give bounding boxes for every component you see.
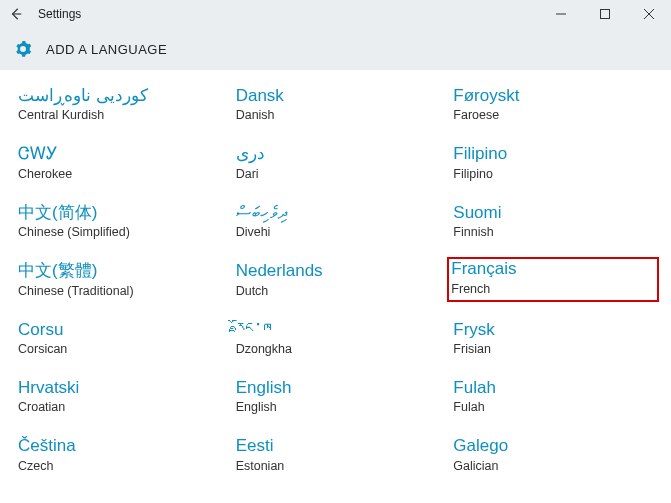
language-item[interactable]: 中文(繁體)Chinese (Traditional): [14, 259, 222, 299]
gear-icon: [14, 40, 32, 58]
language-english-name: Chinese (Simplified): [18, 225, 218, 239]
language-item[interactable]: کوردیی ناوەڕاستCentral Kurdish: [14, 84, 222, 124]
language-native-name: Eesti: [236, 436, 436, 456]
page-title: ADD A LANGUAGE: [46, 42, 167, 57]
language-native-name: 中文(繁體): [18, 261, 218, 281]
window-title: Settings: [38, 7, 81, 21]
titlebar-left: Settings: [8, 6, 81, 22]
language-item[interactable]: FilipinoFilipino: [449, 142, 657, 182]
close-button[interactable]: [627, 0, 671, 28]
language-english-name: Fulah: [453, 400, 653, 414]
back-button[interactable]: [8, 6, 24, 22]
language-native-name: ދިވެހިބަސް: [236, 203, 436, 223]
language-english-name: Dutch: [236, 284, 436, 298]
language-item[interactable]: CorsuCorsican: [14, 318, 222, 358]
language-native-name: Čeština: [18, 436, 218, 456]
language-item[interactable]: 中文(简体)Chinese (Simplified): [14, 201, 222, 241]
language-native-name: Dansk: [236, 86, 436, 106]
language-native-name: ᏣᎳᎩ: [18, 144, 218, 164]
language-native-name: Frysk: [453, 320, 653, 340]
language-english-name: Filipino: [453, 167, 653, 181]
language-english-name: French: [451, 282, 655, 296]
language-native-name: Corsu: [18, 320, 218, 340]
language-english-name: Central Kurdish: [18, 108, 218, 122]
language-english-name: Estonian: [236, 459, 436, 473]
language-item[interactable]: ދިވެހިބަސްDivehi: [232, 201, 440, 241]
language-grid: کوردیی ناوەڕاستCentral KurdishDanskDanis…: [0, 70, 671, 503]
language-native-name: Galego: [453, 436, 653, 456]
language-english-name: Cherokee: [18, 167, 218, 181]
language-english-name: Czech: [18, 459, 218, 473]
language-item[interactable]: FulahFulah: [449, 376, 657, 416]
close-icon: [644, 9, 654, 19]
language-item[interactable]: EnglishEnglish: [232, 376, 440, 416]
language-english-name: Croatian: [18, 400, 218, 414]
language-item[interactable]: རྫོང་ཁDzongkha: [232, 318, 440, 358]
svg-rect-0: [601, 10, 610, 19]
titlebar: Settings: [0, 0, 671, 28]
language-native-name: English: [236, 378, 436, 398]
language-native-name: درى: [236, 144, 436, 164]
language-item[interactable]: SuomiFinnish: [449, 201, 657, 241]
maximize-button[interactable]: [583, 0, 627, 28]
language-item[interactable]: ᏣᎳᎩCherokee: [14, 142, 222, 182]
language-native-name: 中文(简体): [18, 203, 218, 223]
language-item[interactable]: HrvatskiCroatian: [14, 376, 222, 416]
language-native-name: Fulah: [453, 378, 653, 398]
minimize-button[interactable]: [539, 0, 583, 28]
language-item[interactable]: NederlandsDutch: [232, 259, 440, 299]
language-english-name: Finnish: [453, 225, 653, 239]
window-controls: [539, 0, 671, 28]
language-item[interactable]: ČeštinaCzech: [14, 434, 222, 474]
language-native-name: Français: [451, 259, 655, 279]
language-native-name: Føroyskt: [453, 86, 653, 106]
language-native-name: Suomi: [453, 203, 653, 223]
language-item[interactable]: FøroysktFaroese: [449, 84, 657, 124]
language-english-name: Divehi: [236, 225, 436, 239]
language-item[interactable]: درىDari: [232, 142, 440, 182]
language-english-name: Galician: [453, 459, 653, 473]
language-native-name: Nederlands: [236, 261, 436, 281]
language-english-name: Dari: [236, 167, 436, 181]
language-english-name: English: [236, 400, 436, 414]
language-native-name: Filipino: [453, 144, 653, 164]
language-item[interactable]: FrançaisFrench: [447, 257, 659, 301]
language-item[interactable]: FryskFrisian: [449, 318, 657, 358]
page-header: ADD A LANGUAGE: [0, 28, 671, 70]
language-english-name: Corsican: [18, 342, 218, 356]
language-english-name: Frisian: [453, 342, 653, 356]
minimize-icon: [556, 9, 566, 19]
maximize-icon: [600, 9, 610, 19]
language-english-name: Dzongkha: [236, 342, 436, 356]
language-item[interactable]: DanskDanish: [232, 84, 440, 124]
language-english-name: Chinese (Traditional): [18, 284, 218, 298]
language-item[interactable]: EestiEstonian: [232, 434, 440, 474]
language-english-name: Faroese: [453, 108, 653, 122]
language-native-name: کوردیی ناوەڕاست: [18, 86, 218, 106]
language-english-name: Danish: [236, 108, 436, 122]
language-native-name: Hrvatski: [18, 378, 218, 398]
language-item[interactable]: GalegoGalician: [449, 434, 657, 474]
arrow-left-icon: [9, 7, 23, 21]
language-native-name: རྫོང་ཁ: [236, 320, 436, 340]
